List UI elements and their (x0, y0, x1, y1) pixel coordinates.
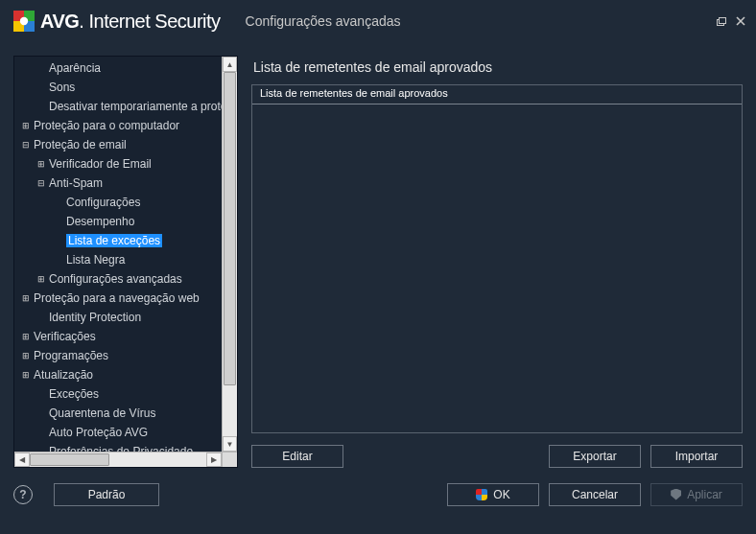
horizontal-scroll-thumb[interactable] (30, 453, 109, 466)
collapse-icon[interactable]: ⊟ (20, 140, 32, 150)
tree-item-label: Lista de exceções (66, 234, 162, 247)
tree-item[interactable]: ·Identity Protection (14, 308, 222, 327)
tree-item[interactable]: ·Auto Proteção AVG (14, 423, 222, 442)
footer-bar: ? Padrão OK Cancelar Aplicar (0, 468, 756, 521)
svg-point-4 (20, 17, 28, 25)
vertical-scroll-thumb[interactable] (224, 72, 236, 385)
tree-horizontal-scrollbar[interactable]: ◀ ▶ (14, 452, 222, 467)
expand-icon[interactable]: ⊞ (20, 351, 32, 360)
app-logo-title: AVG. Internet Security (13, 11, 221, 33)
default-button[interactable]: Padrão (54, 483, 159, 506)
tree-item-label: Configurações avançadas (49, 272, 182, 286)
tree-item-label: Exceções (49, 387, 99, 401)
apply-button[interactable]: Aplicar (650, 483, 743, 506)
tree-item-label: Sons (49, 81, 75, 94)
tree-item[interactable]: ⊞Programações (14, 346, 222, 365)
expand-icon[interactable]: ⊞ (20, 332, 32, 341)
tree-item-label: Programações (34, 349, 108, 362)
tree-item-label: Identity Protection (49, 311, 141, 324)
scroll-up-arrow-icon[interactable]: ▲ (223, 57, 237, 72)
tree-item[interactable]: ⊟Anti-Spam (14, 174, 222, 193)
tree-item[interactable]: ⊞Verificador de Email (14, 154, 222, 174)
tree-item-label: Quarentena de Vírus (49, 406, 155, 420)
uac-shield-icon (476, 489, 487, 500)
cancel-button[interactable]: Cancelar (549, 483, 641, 506)
tree-item[interactable]: ·Lista Negra (14, 250, 222, 269)
expand-icon[interactable]: ⊞ (20, 121, 32, 130)
tree-vertical-scrollbar[interactable]: ▲ ▼ (222, 57, 237, 452)
tree-item-label: Desempenho (66, 215, 134, 228)
tree-item-label: Auto Proteção AVG (49, 426, 148, 439)
tree-item-label: Preferências de Privacidade (49, 445, 193, 452)
scroll-right-arrow-icon[interactable]: ▶ (206, 453, 222, 467)
tree-item[interactable]: ·Desempenho (14, 212, 222, 231)
tree-item[interactable]: ·Aparência (14, 58, 222, 78)
tree-item[interactable]: ·Preferências de Privacidade (14, 442, 222, 452)
tree-item-label: Proteção para a navegação web (34, 291, 200, 305)
tree-item-label: Anti-Spam (49, 176, 103, 190)
content-title: Lista de remetentes de email aprovados (251, 56, 743, 84)
tree-item[interactable]: ·Sons (14, 78, 222, 97)
window-close-button[interactable] (733, 14, 748, 28)
apply-button-label: Aplicar (687, 488, 722, 501)
uac-shield-disabled-icon (671, 489, 681, 500)
expand-icon[interactable]: ⊞ (20, 293, 32, 303)
tree-item[interactable]: ⊞Atualização (14, 365, 222, 384)
window-subtitle: Configurações avançadas (246, 13, 401, 29)
tree-item[interactable]: ·Configurações (14, 193, 222, 212)
scrollbar-corner (222, 452, 237, 467)
svg-rect-6 (719, 17, 725, 23)
avg-logo-icon (13, 11, 35, 32)
expand-icon[interactable]: ⊞ (35, 159, 47, 169)
settings-tree: ·Aparência·Sons·Desativar temporariament… (13, 56, 238, 468)
help-icon[interactable]: ? (13, 485, 33, 504)
ok-button[interactable]: OK (447, 483, 539, 506)
tree-item-label: Atualização (34, 368, 93, 382)
tree-item[interactable]: ⊞Verificações (14, 327, 222, 346)
tree-item-label: Proteção para o computador (34, 119, 179, 132)
expand-icon[interactable]: ⊞ (20, 370, 32, 380)
tree-item-label: Verificações (34, 330, 96, 343)
tree-item[interactable]: ·Quarentena de Vírus (14, 404, 222, 423)
approved-senders-list[interactable]: Lista de remetentes de email aprovados (251, 84, 743, 433)
import-button[interactable]: Importar (650, 445, 743, 468)
scroll-left-arrow-icon[interactable]: ◀ (14, 453, 30, 467)
expand-icon[interactable]: ⊞ (35, 274, 47, 284)
scroll-down-arrow-icon[interactable]: ▼ (223, 436, 237, 452)
export-button[interactable]: Exportar (549, 445, 641, 468)
tree-item-label: Lista Negra (66, 253, 125, 267)
window-restore-button[interactable] (714, 14, 729, 28)
tree-item-label: Configurações (66, 196, 140, 209)
tree-item[interactable]: ·Desativar temporariamente a proteção do… (14, 97, 222, 116)
tree-item[interactable]: ⊟Proteção de email (14, 135, 222, 154)
app-name: AVG. Internet Security (40, 11, 221, 33)
tree-item-label: Aparência (49, 61, 101, 75)
content-pane: Lista de remetentes de email aprovados L… (251, 56, 743, 468)
tree-item-label: Proteção de email (34, 138, 127, 151)
collapse-icon[interactable]: ⊟ (35, 178, 47, 188)
list-column-header[interactable]: Lista de remetentes de email aprovados (252, 85, 742, 104)
tree-item[interactable]: ·Lista de exceções (14, 231, 222, 250)
tree-item[interactable]: ⊞Proteção para a navegação web (14, 289, 222, 308)
edit-button[interactable]: Editar (251, 445, 343, 468)
title-bar: AVG. Internet Security Configurações ava… (0, 0, 756, 42)
tree-item-label: Verificador de Email (49, 157, 152, 171)
ok-button-label: OK (493, 488, 509, 501)
tree-item[interactable]: ⊞Proteção para o computador (14, 116, 222, 135)
tree-item[interactable]: ⊞Configurações avançadas (14, 269, 222, 289)
tree-item-label: Desativar temporariamente a proteção do … (49, 100, 222, 113)
tree-item[interactable]: ·Exceções (14, 384, 222, 404)
